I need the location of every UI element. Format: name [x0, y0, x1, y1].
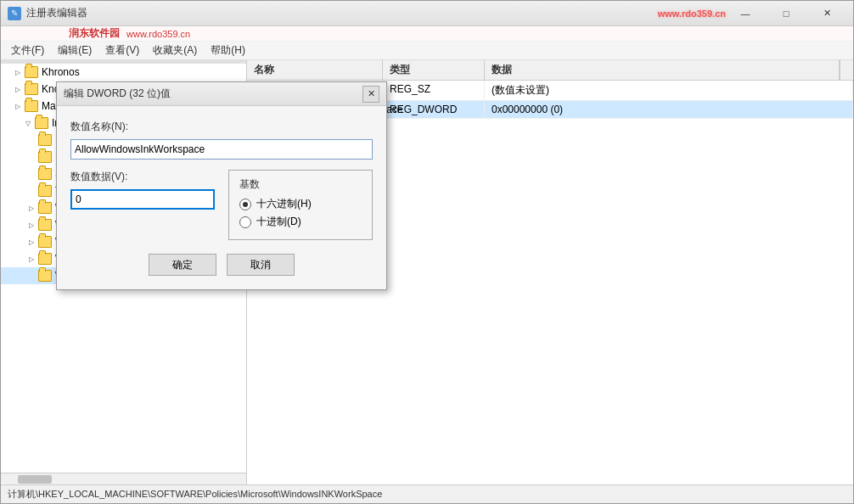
folder-icon: [38, 134, 52, 146]
folder-icon: [38, 270, 52, 282]
watermark-url: www.rdo359.cn: [126, 29, 190, 39]
folder-icon: [25, 100, 38, 112]
folder-icon: [38, 202, 52, 214]
expand-arrow: ▷: [25, 201, 38, 215]
folder-icon: [38, 185, 52, 197]
data-section: 数值数据(V):: [70, 170, 215, 240]
folder-icon: [35, 117, 48, 129]
cell-data: 0x00000000 (0): [485, 101, 853, 118]
folder-icon: [25, 66, 38, 78]
status-bar: 计算机\HKEY_LOCAL_MACHINE\SOFTWARE\Policies…: [1, 484, 853, 503]
name-label: 数值名称(N):: [70, 120, 373, 134]
cell-data: (数值未设置): [485, 81, 853, 100]
tree-item-label: Khronos: [42, 66, 80, 78]
radio-hex-row[interactable]: 十六进制(H): [239, 197, 362, 211]
scroll-spacer: [840, 60, 853, 80]
watermark-text: www.rdo359.cn: [658, 8, 726, 19]
scroll-thumb[interactable]: [18, 475, 52, 484]
folder-icon: [38, 253, 52, 265]
menu-view[interactable]: 查看(V): [98, 42, 146, 59]
table-header: 名称 类型 数据: [247, 60, 853, 81]
col-header-data[interactable]: 数据: [485, 60, 840, 80]
data-label: 数值数据(V):: [70, 170, 215, 184]
expand-arrow: ▷: [25, 235, 38, 249]
radio-dec-label: 十进制(D): [256, 215, 301, 229]
main-window: ✎ 注册表编辑器 www.rdo359.cn — □ ✕ 润东软件园 www.r…: [0, 0, 854, 504]
expand-arrow: ▷: [11, 82, 25, 96]
status-text: 计算机\HKEY_LOCAL_MACHINE\SOFTWARE\Policies…: [8, 488, 382, 501]
minimize-button[interactable]: —: [726, 1, 765, 26]
col-header-type[interactable]: 类型: [383, 60, 485, 80]
name-input[interactable]: [70, 139, 373, 160]
col-header-name[interactable]: 名称: [247, 60, 383, 80]
edit-dword-dialog: 编辑 DWORD (32 位)值 ✕ 数值名称(N): 数值数据(V): 基数: [56, 81, 387, 290]
dialog-title-bar: 编辑 DWORD (32 位)值 ✕: [57, 82, 386, 106]
folder-icon: [38, 168, 52, 180]
watermark-label: 润东软件园: [69, 26, 120, 41]
cell-type: REG_SZ: [383, 81, 485, 100]
menu-edit[interactable]: 编辑(E): [51, 42, 98, 59]
window-controls: — □ ✕: [726, 1, 846, 26]
base-section: 基数 十六进制(H) 十进制(D): [228, 170, 373, 240]
radio-dec-row[interactable]: 十进制(D): [239, 215, 362, 229]
app-icon: ✎: [8, 7, 21, 20]
tree-item-khronos[interactable]: ▷ Khronos: [1, 64, 246, 81]
watermark-bar: 润东软件园 www.rdo359.cn: [1, 26, 853, 42]
folder-icon: [38, 151, 52, 163]
dialog-buttons: 确定 取消: [70, 254, 373, 276]
watermark: www.rdo359.cn: [658, 8, 726, 19]
cancel-button[interactable]: 取消: [227, 254, 295, 276]
cell-type: REG_DWORD: [383, 101, 485, 118]
title-bar: ✎ 注册表编辑器 www.rdo359.cn — □ ✕: [1, 1, 853, 26]
menu-bar: 文件(F) 编辑(E) 查看(V) 收藏夹(A) 帮助(H): [1, 42, 853, 60]
dialog-close-button[interactable]: ✕: [362, 86, 379, 103]
folder-icon: [38, 219, 52, 231]
folder-icon: [38, 236, 52, 248]
tree-hscrollbar[interactable]: [1, 473, 246, 484]
folder-icon: [25, 83, 38, 95]
dialog-body: 数值名称(N): 数值数据(V): 基数 十六进制(H): [57, 106, 386, 289]
maximize-button[interactable]: □: [767, 1, 806, 26]
base-group: 基数 十六进制(H) 十进制(D): [228, 170, 373, 240]
menu-file[interactable]: 文件(F): [4, 42, 51, 59]
radio-hex-label: 十六进制(H): [256, 197, 312, 211]
dialog-middle-row: 数值数据(V): 基数 十六进制(H) 十进制(D): [70, 170, 373, 240]
expand-arrow: ▷: [11, 65, 25, 79]
expand-arrow: ▷: [11, 99, 25, 113]
expand-arrow: ▽: [21, 116, 35, 130]
window-title: 注册表编辑器: [26, 6, 658, 20]
radio-hex[interactable]: [239, 199, 251, 210]
close-button[interactable]: ✕: [807, 1, 846, 26]
data-input[interactable]: [70, 189, 215, 210]
radio-dec[interactable]: [239, 216, 251, 228]
expand-arrow: ▷: [25, 252, 38, 266]
dialog-title: 编辑 DWORD (32 位)值: [64, 87, 362, 101]
expand-arrow: ▷: [25, 218, 38, 232]
base-label: 基数: [239, 177, 362, 192]
ok-button[interactable]: 确定: [149, 254, 216, 276]
menu-help[interactable]: 帮助(H): [204, 42, 252, 59]
menu-favorites[interactable]: 收藏夹(A): [146, 42, 204, 59]
